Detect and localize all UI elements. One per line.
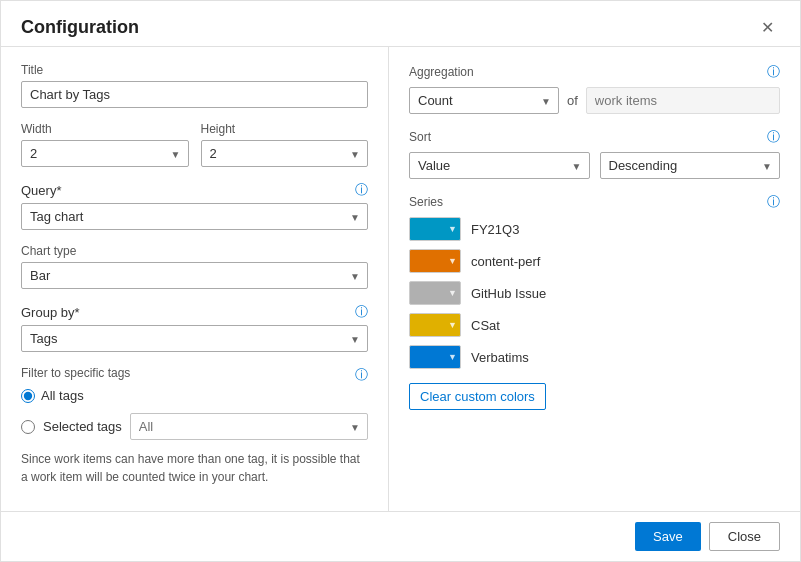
height-label: Height <box>201 122 369 136</box>
color-swatch-2[interactable] <box>409 281 461 305</box>
group-by-select[interactable]: Tags Assigned To State <box>21 325 368 352</box>
sort-controls-row: Value Label ▼ Ascending Descending ▼ <box>409 152 780 179</box>
group-by-field-group: Group by* ⓘ Tags Assigned To State ▼ <box>21 303 368 352</box>
title-input[interactable] <box>21 81 368 108</box>
all-tags-radio-row: All tags <box>21 388 368 403</box>
title-label: Title <box>21 63 368 77</box>
dialog-footer: Save Close <box>1 511 800 561</box>
sort-label-row: Sort ⓘ <box>409 128 780 146</box>
width-height-row: Width 1 2 3 4 ▼ Height <box>21 122 368 167</box>
color-swatch-1[interactable] <box>409 249 461 273</box>
left-panel: Title Width 1 2 3 4 ▼ <box>1 47 389 511</box>
sort-field-group: Sort ⓘ Value Label ▼ Ascending D <box>409 128 780 179</box>
right-panel: Aggregation ⓘ Count Sum Average ▼ of <box>389 47 800 511</box>
of-label: of <box>567 93 578 108</box>
width-select-wrapper: 1 2 3 4 ▼ <box>21 140 189 167</box>
chart-type-label: Chart type <box>21 244 368 258</box>
width-select[interactable]: 1 2 3 4 <box>21 140 189 167</box>
aggregation-field-group: Aggregation ⓘ Count Sum Average ▼ of <box>409 63 780 114</box>
configuration-dialog: Configuration ✕ Title Width 1 2 3 <box>0 0 801 562</box>
query-select[interactable]: Tag chart <box>21 203 368 230</box>
series-name-0: FY21Q3 <box>471 222 519 237</box>
sort-info-icon: ⓘ <box>767 128 780 146</box>
aggregation-select-wrapper: Count Sum Average ▼ <box>409 87 559 114</box>
series-list: ▼FY21Q3▼content-perf▼GitHub Issue▼CSat▼V… <box>409 217 780 369</box>
series-item: ▼CSat <box>409 313 780 337</box>
group-by-info-icon: ⓘ <box>355 303 368 321</box>
group-by-select-wrapper: Tags Assigned To State ▼ <box>21 325 368 352</box>
aggregation-info-icon: ⓘ <box>767 63 780 81</box>
height-select[interactable]: 1 2 3 4 <box>201 140 369 167</box>
chart-type-select[interactable]: Bar Pie Stacked Bar Pivot Table <box>21 262 368 289</box>
work-items-input <box>586 87 780 114</box>
query-select-wrapper: Tag chart ▼ <box>21 203 368 230</box>
group-by-required: * <box>74 305 79 320</box>
series-label: Series <box>409 195 443 209</box>
aggregation-controls-row: Count Sum Average ▼ of <box>409 87 780 114</box>
dialog-title: Configuration <box>21 17 139 38</box>
selected-tags-label: Selected tags <box>43 419 122 434</box>
series-section: Series ⓘ ▼FY21Q3▼content-perf▼GitHub Iss… <box>409 193 780 410</box>
series-info-icon: ⓘ <box>767 193 780 211</box>
filter-radio-group: All tags Selected tags All ▼ <box>21 388 368 440</box>
color-swatch-0[interactable] <box>409 217 461 241</box>
width-field-group: Width 1 2 3 4 ▼ <box>21 122 189 167</box>
query-info-icon: ⓘ <box>355 181 368 199</box>
selected-tags-select[interactable]: All <box>130 413 368 440</box>
series-name-2: GitHub Issue <box>471 286 546 301</box>
filter-label: Filter to specific tags <box>21 366 130 380</box>
series-name-4: Verbatims <box>471 350 529 365</box>
color-swatch-wrapper: ▼ <box>409 281 461 305</box>
aggregation-select[interactable]: Count Sum Average <box>409 87 559 114</box>
selected-tags-radio-row: Selected tags All ▼ <box>21 413 368 440</box>
filter-section: Filter to specific tags ⓘ All tags Selec… <box>21 366 368 440</box>
height-field-group: Height 1 2 3 4 ▼ <box>201 122 369 167</box>
query-label: Query* <box>21 183 61 198</box>
color-swatch-4[interactable] <box>409 345 461 369</box>
dialog-header: Configuration ✕ <box>1 1 800 47</box>
filter-info-icon: ⓘ <box>355 366 368 384</box>
sort-dir-select[interactable]: Ascending Descending <box>600 152 781 179</box>
group-by-label: Group by* <box>21 305 80 320</box>
selected-tags-select-wrapper: All ▼ <box>130 413 368 440</box>
title-field-group: Title <box>21 63 368 108</box>
group-by-label-row: Group by* ⓘ <box>21 303 368 321</box>
sort-dir-select-wrapper: Ascending Descending ▼ <box>600 152 781 179</box>
filter-label-row: Filter to specific tags ⓘ <box>21 366 368 384</box>
color-swatch-3[interactable] <box>409 313 461 337</box>
series-item: ▼Verbatims <box>409 345 780 369</box>
series-name-1: content-perf <box>471 254 540 269</box>
clear-custom-colors-button[interactable]: Clear custom colors <box>409 383 546 410</box>
aggregation-label-row: Aggregation ⓘ <box>409 63 780 81</box>
series-item: ▼content-perf <box>409 249 780 273</box>
sort-label: Sort <box>409 130 431 144</box>
save-button[interactable]: Save <box>635 522 701 551</box>
selected-tags-radio[interactable] <box>21 420 35 434</box>
aggregation-label: Aggregation <box>409 65 474 79</box>
color-swatch-wrapper: ▼ <box>409 313 461 337</box>
color-swatch-wrapper: ▼ <box>409 217 461 241</box>
series-item: ▼GitHub Issue <box>409 281 780 305</box>
sort-value-select-wrapper: Value Label ▼ <box>409 152 590 179</box>
dialog-body: Title Width 1 2 3 4 ▼ <box>1 47 800 511</box>
height-select-wrapper: 1 2 3 4 ▼ <box>201 140 369 167</box>
series-name-3: CSat <box>471 318 500 333</box>
close-button[interactable]: Close <box>709 522 780 551</box>
color-swatch-wrapper: ▼ <box>409 249 461 273</box>
all-tags-radio[interactable] <box>21 389 35 403</box>
series-label-row: Series ⓘ <box>409 193 780 211</box>
query-label-row: Query* ⓘ <box>21 181 368 199</box>
chart-type-select-wrapper: Bar Pie Stacked Bar Pivot Table ▼ <box>21 262 368 289</box>
dialog-close-button[interactable]: ✕ <box>755 18 780 38</box>
query-field-group: Query* ⓘ Tag chart ▼ <box>21 181 368 230</box>
all-tags-label: All tags <box>41 388 84 403</box>
chart-type-field-group: Chart type Bar Pie Stacked Bar Pivot Tab… <box>21 244 368 289</box>
sort-value-select[interactable]: Value Label <box>409 152 590 179</box>
color-swatch-wrapper: ▼ <box>409 345 461 369</box>
series-item: ▼FY21Q3 <box>409 217 780 241</box>
query-required: * <box>56 183 61 198</box>
note-text: Since work items can have more than one … <box>21 450 368 486</box>
width-label: Width <box>21 122 189 136</box>
